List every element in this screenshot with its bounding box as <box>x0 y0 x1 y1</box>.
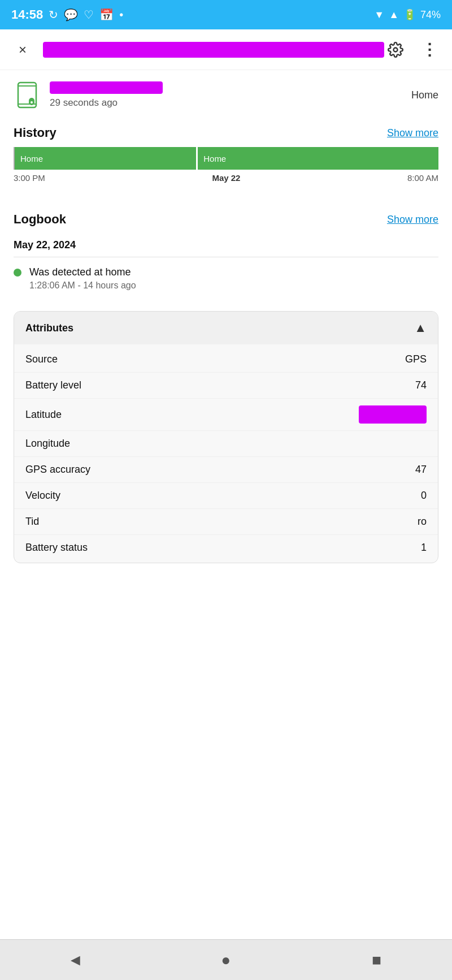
status-time: 14:58 <box>11 7 43 22</box>
device-info: 29 seconds ago <box>50 81 402 109</box>
signal-icon: ▲ <box>389 9 399 21</box>
phone-location-icon <box>16 81 38 109</box>
attr-value-gps-accuracy: 47 <box>415 464 427 476</box>
close-button[interactable]: × <box>11 38 34 61</box>
logbook-entry: Was detected at home 1:28:06 AM - 14 hou… <box>0 257 452 300</box>
history-chart: Home Home 3:00 PM May 22 8:00 AM <box>14 147 438 186</box>
attr-value-velocity: 0 <box>421 490 427 502</box>
entry-dot <box>14 269 21 277</box>
chart-bars: Home Home <box>14 147 438 170</box>
attr-label-velocity: Velocity <box>25 490 60 502</box>
status-bar-left: 14:58 ↻ 💬 ♡ 📅 • <box>11 7 123 22</box>
message-icon: 💬 <box>64 8 78 21</box>
attr-row-battery-status: Battery status 1 <box>14 535 438 560</box>
attr-value-source: GPS <box>405 353 427 365</box>
heart-icon: ♡ <box>84 8 94 21</box>
sync-icon: ↻ <box>49 8 58 21</box>
device-last-seen: 29 seconds ago <box>50 97 402 109</box>
status-bar-right: ▼ ▲ 🔋 74% <box>374 8 441 21</box>
logbook-show-more[interactable]: Show more <box>387 214 438 226</box>
calendar-icon: 📅 <box>99 8 114 21</box>
back-button[interactable]: ◄ <box>58 943 92 977</box>
chevron-up-icon: ▲ <box>414 321 427 335</box>
wifi-icon: ▼ <box>374 9 384 21</box>
attr-label-battery-level: Battery level <box>25 379 81 391</box>
settings-button[interactable] <box>384 38 407 61</box>
svg-point-5 <box>31 101 33 103</box>
device-icon <box>14 81 41 109</box>
attr-label-latitude: Latitude <box>25 409 62 421</box>
app-title-redacted <box>43 42 384 58</box>
history-title: History <box>14 126 56 140</box>
attr-label-tid: Tid <box>25 516 39 528</box>
status-bar: 14:58 ↻ 💬 ♡ 📅 • ▼ ▲ 🔋 74% <box>0 0 452 29</box>
logbook-title: Logbook <box>14 212 66 227</box>
device-section: 29 seconds ago Home <box>0 70 452 120</box>
attributes-table: Source GPS Battery level 74 Latitude Lon… <box>14 344 438 563</box>
attributes-card: Attributes ▲ Source GPS Battery level 74… <box>14 311 438 563</box>
attributes-header[interactable]: Attributes ▲ <box>14 312 438 344</box>
device-name-redacted <box>50 81 163 94</box>
more-button[interactable]: ⋮ <box>418 38 441 61</box>
entry-title: Was detected at home <box>29 266 438 278</box>
logbook-section: Logbook Show more May 22, 2024 Was detec… <box>0 202 452 304</box>
attr-row-gps-accuracy: GPS accuracy 47 <box>14 457 438 483</box>
attr-value-latitude-redacted <box>359 405 427 424</box>
chart-label-end: 8:00 AM <box>407 173 438 183</box>
attr-value-battery-status: 1 <box>421 542 427 554</box>
attr-label-battery-status: Battery status <box>25 542 88 554</box>
recents-button[interactable]: ■ <box>360 943 394 977</box>
attr-row-longitude: Longitude <box>14 431 438 457</box>
dot-icon: • <box>119 8 123 21</box>
attr-row-battery-level: Battery level 74 <box>14 373 438 399</box>
chart-label-start: 3:00 PM <box>14 173 45 183</box>
logbook-section-header: Logbook Show more <box>0 206 452 234</box>
home-button[interactable]: ● <box>209 943 243 977</box>
attr-row-source: Source GPS <box>14 347 438 373</box>
chart-labels: 3:00 PM May 22 8:00 AM <box>14 170 438 186</box>
chart-bar-1: Home <box>15 147 196 170</box>
attr-value-battery-level: 74 <box>415 379 427 391</box>
attr-label-longitude: Longitude <box>25 438 70 450</box>
nav-bar: ◄ ● ■ <box>0 939 452 980</box>
device-state: Home <box>411 89 438 101</box>
app-bar: × ⋮ <box>0 29 452 70</box>
history-show-more[interactable]: Show more <box>387 127 438 139</box>
attr-value-tid: ro <box>418 516 427 528</box>
entry-time: 1:28:06 AM - 14 hours ago <box>29 280 438 291</box>
chart-label-mid: May 22 <box>212 173 240 183</box>
attr-label-source: Source <box>25 353 58 365</box>
chart-bar-2: Home <box>198 147 438 170</box>
app-bar-actions: ⋮ <box>384 38 441 61</box>
attr-row-tid: Tid ro <box>14 509 438 535</box>
attr-label-gps-accuracy: GPS accuracy <box>25 464 90 476</box>
battery-level: 74% <box>420 9 441 21</box>
logbook-date: May 22, 2024 <box>0 234 452 257</box>
attr-row-latitude: Latitude <box>14 399 438 431</box>
attr-row-velocity: Velocity 0 <box>14 483 438 509</box>
history-section-header: History Show more <box>0 120 452 147</box>
gear-icon <box>388 42 403 58</box>
svg-point-0 <box>394 48 398 51</box>
battery-icon: 🔋 <box>403 8 416 21</box>
attributes-title: Attributes <box>25 322 73 334</box>
entry-text: Was detected at home 1:28:06 AM - 14 hou… <box>29 266 438 291</box>
